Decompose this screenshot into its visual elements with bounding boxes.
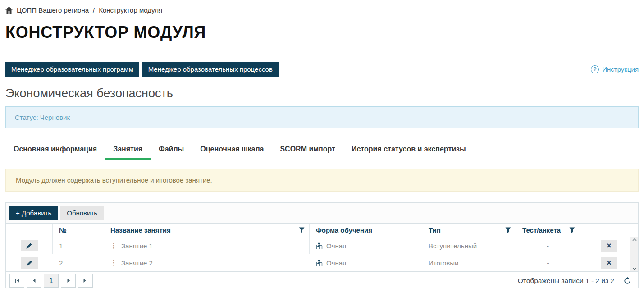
- next-page-button[interactable]: [61, 274, 76, 288]
- warning-banner: Модуль должен содержать вступительное и …: [5, 169, 639, 192]
- refresh-grid-button[interactable]: Обновить: [60, 206, 104, 220]
- lesson-name: Занятие 1: [121, 242, 153, 250]
- close-icon: ×: [607, 259, 612, 267]
- cell-delete: ×: [580, 237, 638, 254]
- cell-actions: [6, 254, 53, 271]
- nav-buttons: Менеджер образовательных программ Менедж…: [5, 62, 279, 77]
- tab-bar: Основная информация Занятия Файлы Оценоч…: [5, 142, 639, 159]
- header-type: Тип: [422, 224, 516, 237]
- last-page-button[interactable]: [78, 274, 93, 288]
- cell-num: 1: [53, 237, 104, 254]
- header-test-label: Тест/анкета: [522, 226, 561, 234]
- page-number-button[interactable]: 1: [44, 274, 59, 288]
- table-row: 2 ⋮ Занятие 2 Очная Итоговый - ×: [6, 254, 638, 271]
- lessons-grid: + Добавить Обновить № Название занятия Ф…: [5, 202, 639, 288]
- module-name: Экономическая безопасность: [5, 86, 639, 101]
- cell-form: Очная: [310, 237, 422, 254]
- header-name: Название занятия: [104, 224, 310, 237]
- cell-form: Очная: [310, 254, 422, 271]
- lesson-name: Занятие 2: [121, 259, 153, 267]
- in-person-training-icon: [316, 260, 324, 266]
- header-name-label: Название занятия: [110, 226, 171, 234]
- pencil-icon: [26, 260, 33, 266]
- grid-toolbar: + Добавить Обновить: [6, 203, 638, 224]
- status-bar: Статус: Черновик: [5, 106, 639, 128]
- instruction-label: Инструкция: [602, 65, 639, 73]
- reload-table-button[interactable]: [620, 274, 635, 288]
- page: ЦОПП Вашего региона / Конструктор модуля…: [0, 6, 644, 288]
- table-row: 1 ⋮ Занятие 1 Очная Вступительный - ×: [6, 237, 638, 254]
- delete-lesson-button[interactable]: ×: [601, 257, 617, 269]
- cell-num: 2: [53, 254, 104, 271]
- filter-icon[interactable]: [569, 227, 575, 233]
- add-lesson-button[interactable]: + Добавить: [9, 206, 58, 220]
- cell-delete: ×: [580, 254, 638, 271]
- home-icon[interactable]: [5, 7, 13, 14]
- pager: 1 Отображены записи 1 - 2 из 2: [6, 271, 638, 288]
- question-circle-icon: ?: [591, 65, 599, 73]
- in-person-training-icon: [316, 242, 324, 249]
- delete-lesson-button[interactable]: ×: [601, 240, 617, 252]
- cell-type: Вступительный: [422, 237, 516, 254]
- vertical-scrollbar[interactable]: [630, 237, 638, 271]
- pager-info: Отображены записи 1 - 2 из 2: [518, 274, 635, 288]
- table-header-row: № Название занятия Форма обучения Тип Те…: [6, 224, 638, 237]
- tab-status-history[interactable]: История статусов и экспертизы: [343, 142, 474, 159]
- cell-actions: [6, 237, 53, 254]
- pencil-icon: [26, 242, 32, 249]
- cell-test: -: [516, 237, 580, 254]
- header-num: №: [53, 224, 104, 237]
- tab-main-info[interactable]: Основная информация: [5, 142, 105, 159]
- lesson-type: Итоговый: [429, 259, 458, 267]
- header-form-label: Форма обучения: [316, 226, 372, 234]
- tab-scorm-import[interactable]: SCORM импорт: [272, 142, 343, 159]
- lesson-num: 2: [59, 259, 63, 267]
- edit-lesson-button[interactable]: [21, 257, 38, 269]
- refresh-icon: [623, 277, 631, 285]
- header-actions: [6, 224, 53, 237]
- instruction-link[interactable]: ? Инструкция: [591, 65, 639, 73]
- warning-text: Модуль должен содержать вступительное и …: [16, 176, 212, 184]
- breadcrumb-item-home[interactable]: ЦОПП Вашего региона: [17, 6, 89, 14]
- page-title: КОНСТРУКТОР МОДУЛЯ: [5, 23, 639, 42]
- cell-type: Итоговый: [422, 254, 516, 271]
- header-test: Тест/анкета: [516, 224, 580, 237]
- cell-name: ⋮ Занятие 1: [104, 237, 310, 254]
- scroll-up-icon[interactable]: [632, 238, 637, 241]
- lesson-type: Вступительный: [429, 242, 477, 250]
- header-delete: [580, 224, 638, 237]
- breadcrumb-separator: /: [93, 6, 95, 14]
- cell-name: ⋮ Занятие 2: [104, 254, 310, 271]
- lesson-num: 1: [59, 242, 63, 250]
- prev-page-button[interactable]: [27, 274, 41, 288]
- programs-manager-button[interactable]: Менеджер образовательных программ: [5, 62, 139, 77]
- records-summary: Отображены записи 1 - 2 из 2: [518, 277, 614, 285]
- header-form: Форма обучения: [310, 224, 422, 237]
- tab-files[interactable]: Файлы: [151, 142, 192, 159]
- tab-grading-scale[interactable]: Оценочная шкала: [192, 142, 272, 159]
- header-type-label: Тип: [429, 226, 441, 234]
- lesson-form: Очная: [326, 259, 346, 267]
- breadcrumb: ЦОПП Вашего региона / Конструктор модуля: [5, 6, 639, 14]
- drag-handle-icon[interactable]: ⋮: [110, 242, 117, 250]
- edit-lesson-button[interactable]: [21, 240, 38, 251]
- close-icon: ×: [607, 242, 612, 250]
- scroll-down-icon[interactable]: [632, 267, 637, 270]
- table-body: 1 ⋮ Занятие 1 Очная Вступительный - ×: [6, 237, 638, 271]
- lesson-test: -: [547, 242, 549, 250]
- lesson-test: -: [547, 259, 549, 267]
- status-text: Статус: Черновик: [15, 114, 70, 121]
- filter-icon[interactable]: [299, 227, 305, 233]
- first-page-button[interactable]: [9, 274, 24, 288]
- filter-icon[interactable]: [505, 227, 511, 233]
- processes-manager-button[interactable]: Менеджер образовательных процессов: [142, 62, 279, 77]
- lesson-form: Очная: [326, 242, 346, 250]
- breadcrumb-item-current: Конструктор модуля: [99, 6, 162, 14]
- cell-test: -: [516, 254, 580, 271]
- nav-row: Менеджер образовательных программ Менедж…: [5, 62, 639, 77]
- header-num-label: №: [59, 226, 67, 234]
- pager-buttons: 1: [9, 274, 93, 288]
- drag-handle-icon[interactable]: ⋮: [110, 259, 117, 267]
- tab-lessons[interactable]: Занятия: [105, 142, 151, 160]
